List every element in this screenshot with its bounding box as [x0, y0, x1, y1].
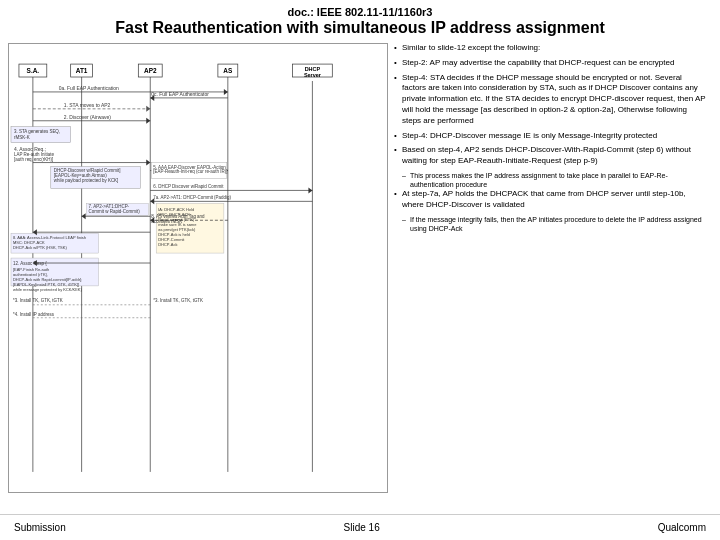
main-content: S.A. AT1 AP2 AS DHCP Server 0a. Full EAP… [0, 39, 720, 493]
svg-text:*3. Install TK, GTK, tGTK: *3. Install TK, GTK, tGTK [13, 298, 63, 303]
slide-number: Slide 16 [344, 522, 380, 533]
svg-text:Server: Server [304, 72, 322, 78]
note-text-2: Step-2: AP may advertise the capability … [402, 58, 706, 69]
footer: Submission Slide 16 Qualcomm [0, 514, 720, 540]
svg-text:DHCP-Ack: DHCP-Ack [158, 242, 177, 247]
svg-text:*4. Install IP address: *4. Install IP address [13, 312, 55, 317]
svg-marker-35 [146, 160, 150, 166]
svg-text:AS: AS [223, 67, 233, 74]
company-name: Qualcomm [658, 522, 706, 533]
svg-text:0a. Full EAP Authentication: 0a. Full EAP Authentication [59, 86, 119, 91]
note-4: • Step-4: DHCP-Discover message IE is on… [394, 131, 706, 142]
svg-text:[auth req, enc(rKH)]: [auth req, enc(rKH)] [14, 157, 53, 162]
svg-text:AP2: AP2 [144, 67, 157, 74]
svg-text:while payload protected by KCK: while payload protected by KCK] [54, 178, 119, 183]
svg-marker-17 [224, 89, 228, 95]
svg-text:while message protected by KCK: while message protected by KCK/KEK} [13, 287, 83, 292]
submission-label: Submission [14, 522, 66, 533]
bullet-4: • [394, 131, 402, 142]
note-3: • Step-4: STA decides if the DHCP messag… [394, 73, 706, 127]
notes-panel: • Similar to slide-12 except the followi… [388, 43, 712, 493]
note-text-1: Similar to slide-12 except the following… [402, 43, 706, 54]
note-text-5: Based on step-4, AP2 sends DHCP-Discover… [402, 145, 706, 167]
svg-marker-23 [146, 106, 150, 112]
doc-reference: doc.: IEEE 802.11-11/1160r3 [10, 6, 710, 18]
svg-text:12. Assoc Resp {: 12. Assoc Resp { [13, 261, 47, 266]
bullet-2: • [394, 58, 402, 69]
note-6: • At step-7a, AP holds the DHCPACK that … [394, 189, 706, 211]
bullet-6: • [394, 189, 402, 200]
svg-marker-55 [82, 213, 86, 219]
svg-text:1. STA moves to AP2: 1. STA moves to AP2 [64, 103, 111, 108]
sub-bullet-2: – [402, 215, 410, 224]
sub-text-2: If the message integrity fails, then the… [410, 215, 706, 233]
sub-note-1: – This process makes the IP address assi… [402, 171, 706, 189]
svg-text:[EAP-Reauth-Init-req (cur re-a: [EAP-Reauth-Init-req (cur re-auth IR)] [153, 170, 227, 175]
sub-note-2: – If the message integrity fails, then t… [402, 215, 706, 233]
header: doc.: IEEE 802.11-11/1160r3 Fast Reauthe… [0, 0, 720, 39]
svg-text:S.A.: S.A. [27, 67, 40, 74]
svg-text:rMSK-K: rMSK-K [14, 135, 30, 140]
sub-text-1: This process makes the IP address assign… [410, 171, 706, 189]
svg-text:Commit w Rapid-Commit): Commit w Rapid-Commit) [89, 209, 141, 214]
svg-text:0c. Full EAP Authenticator: 0c. Full EAP Authenticator [151, 92, 209, 97]
svg-text:AT1: AT1 [76, 67, 88, 74]
note-2: • Step-2: AP may advertise the capabilit… [394, 58, 706, 69]
bullet-3: • [394, 73, 402, 84]
svg-text:7a. AP2->AT1: DHCP-Commit (Pad: 7a. AP2->AT1: DHCP-Commit (Paddig) [153, 195, 231, 200]
sub-bullet-1: – [402, 171, 410, 180]
bullet-1: • [394, 43, 402, 54]
svg-text:*3. Install TK, GTK, tGTK: *3. Install TK, GTK, tGTK [153, 298, 203, 303]
note-5: • Based on step-4, AP2 sends DHCP-Discov… [394, 145, 706, 167]
svg-text:3. STA generates SEQ,: 3. STA generates SEQ, [14, 129, 60, 134]
slide-title: Fast Reauthentication with simultaneous … [10, 19, 710, 37]
note-text-3: Step-4: STA decides if the DHCP message … [402, 73, 706, 127]
svg-marker-26 [146, 118, 150, 124]
bullet-5: • [394, 145, 402, 156]
sequence-diagram: S.A. AT1 AP2 AS DHCP Server 0a. Full EAP… [8, 43, 388, 493]
diagram-svg: S.A. AT1 AP2 AS DHCP Server 0a. Full EAP… [9, 44, 387, 492]
svg-marker-46 [308, 187, 312, 193]
svg-text:DHCP-Ack w/PTK (HSK, TSK): DHCP-Ack w/PTK (HSK, TSK) [13, 245, 67, 250]
note-text-4: Step-4: DHCP-Discover message IE is only… [402, 131, 706, 142]
svg-text:2. Discover (Airwave): 2. Discover (Airwave) [64, 115, 112, 120]
note-text-6: At step-7a, AP holds the DHCPACK that ca… [402, 189, 706, 211]
note-1: • Similar to slide-12 except the followi… [394, 43, 706, 54]
svg-text:accesses rMSK: accesses rMSK [151, 219, 182, 224]
svg-text:6. DHCP Discover w/Rapid Commi: 6. DHCP Discover w/Rapid Commit [153, 184, 224, 189]
